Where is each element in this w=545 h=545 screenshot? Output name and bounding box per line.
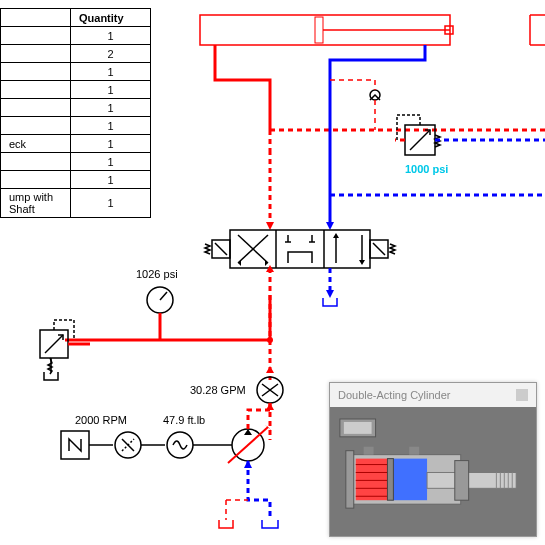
relief-valve-left-icon: [40, 320, 74, 374]
svg-rect-66: [387, 459, 393, 501]
pressure-gauge-icon: [147, 287, 173, 340]
preview-body: [330, 407, 536, 534]
electric-motor-icon: [61, 431, 89, 459]
svg-marker-26: [333, 233, 339, 238]
svg-marker-36: [266, 366, 274, 373]
cylinder-cutaway-icon: [330, 407, 536, 534]
check-valve-icon: [370, 80, 380, 130]
torque-label: 47.9 ft.lb: [163, 414, 205, 426]
cylinder-icon: [200, 15, 453, 45]
svg-marker-13: [266, 222, 274, 230]
svg-marker-34: [326, 290, 334, 298]
rpm-label: 2000 RPM: [75, 414, 127, 426]
svg-line-32: [373, 243, 385, 255]
bom-header-qty: Quantity: [71, 9, 151, 27]
coupling-icon: [115, 432, 141, 458]
flow-meter-icon: [257, 377, 283, 403]
svg-marker-12: [326, 222, 334, 230]
relief-valve-right-icon: [397, 115, 440, 155]
table-row: ump with Shaft1: [1, 189, 151, 218]
svg-rect-65: [391, 459, 427, 501]
table-row: 1: [1, 117, 151, 135]
svg-marker-28: [359, 260, 365, 265]
svg-rect-76: [409, 447, 419, 455]
svg-rect-75: [364, 447, 374, 455]
directional-control-valve-icon: [205, 230, 395, 268]
close-icon[interactable]: [516, 389, 528, 401]
component-preview-panel[interactable]: Double-Acting Cylinder: [329, 382, 537, 537]
table-row: 1: [1, 171, 151, 189]
svg-rect-57: [344, 422, 372, 434]
shaft-sensor-icon: [167, 432, 193, 458]
svg-rect-74: [346, 451, 354, 508]
flow-label: 30.28 GPM: [190, 384, 246, 396]
preview-title: Double-Acting Cylinder: [338, 389, 451, 401]
table-row: 1: [1, 153, 151, 171]
pressure-gauge-label: 1026 psi: [136, 268, 178, 280]
table-row: 1: [1, 81, 151, 99]
table-row: 1: [1, 27, 151, 45]
table-row: eck1: [1, 135, 151, 153]
svg-rect-67: [427, 472, 516, 488]
svg-rect-14: [230, 230, 370, 268]
variable-pump-icon: [228, 425, 272, 463]
preview-header: Double-Acting Cylinder: [330, 383, 536, 407]
svg-line-30: [215, 243, 227, 255]
bom-table: Quantity 1 2 1 1 1 1 eck1 1 1 ump with S…: [0, 8, 151, 218]
svg-rect-1: [315, 17, 323, 43]
table-row: 1: [1, 99, 151, 117]
table-row: 2: [1, 45, 151, 63]
schematic-canvas[interactable]: Quantity 1 2 1 1 1 1 eck1 1 1 ump with S…: [0, 0, 545, 545]
setpoint-label: 1000 psi: [405, 163, 448, 175]
table-row: 1: [1, 63, 151, 81]
svg-line-40: [160, 292, 167, 300]
bom-header-name: [1, 9, 71, 27]
svg-point-38: [267, 337, 273, 343]
svg-rect-68: [455, 461, 469, 501]
